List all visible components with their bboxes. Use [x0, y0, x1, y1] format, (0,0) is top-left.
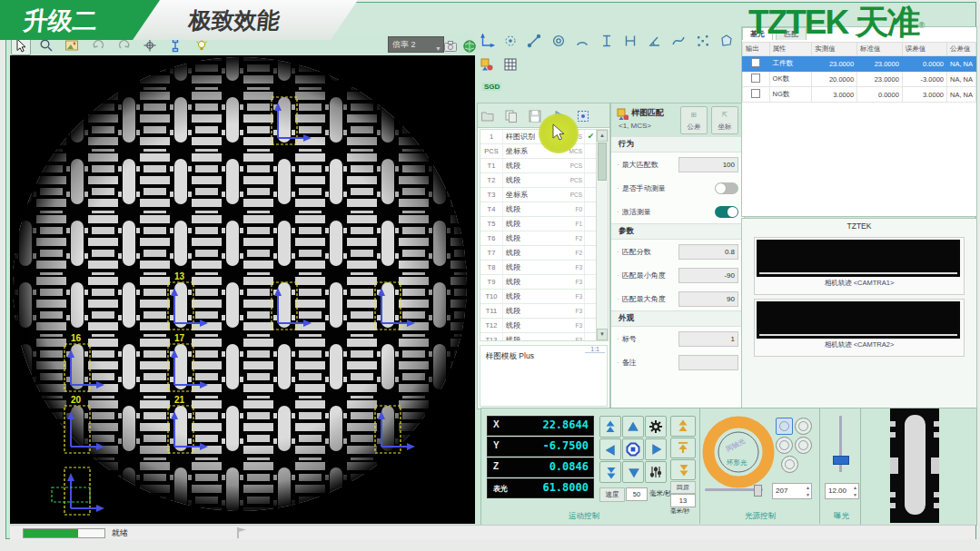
feature-row[interactable]: T5 线段 F1 [480, 217, 597, 231]
jog-up-fast-button[interactable] [599, 416, 621, 438]
toggle-switch[interactable] [715, 182, 738, 194]
param-input[interactable] [678, 355, 738, 370]
z-up-fast-button[interactable] [670, 416, 696, 437]
feature-check-icon[interactable] [584, 159, 597, 172]
arc-tool-icon[interactable] [574, 31, 592, 51]
light-channel-3-button[interactable] [776, 437, 793, 454]
scroll-up-icon[interactable]: ▲ [597, 130, 608, 142]
home-button[interactable]: 回原 [670, 481, 696, 494]
feature-row[interactable]: T1 线段 PCS [480, 159, 597, 173]
scroll-thumb[interactable] [598, 143, 607, 181]
region-icon[interactable] [575, 106, 593, 126]
jog-stop-button[interactable] [622, 438, 644, 460]
speed-button[interactable]: 速度 [599, 487, 625, 502]
feature-list-scrollbar[interactable]: ▲ ▼ [596, 129, 609, 341]
copy-icon[interactable] [502, 106, 520, 126]
tolerance-button[interactable]: ⊞公差 [680, 106, 708, 134]
table-row[interactable]: NG数 3.0000 0.0000 3.0000 NA, NA [743, 87, 976, 103]
curve-tool-icon[interactable] [670, 31, 688, 51]
feature-row[interactable]: T2 线段 PCS [480, 173, 597, 188]
jog-settings-button[interactable] [645, 416, 667, 438]
feature-check-icon[interactable] [584, 246, 597, 260]
toggle-switch[interactable] [715, 206, 738, 218]
point-set-tool-icon[interactable] [694, 31, 712, 51]
pattern-tool-icon[interactable] [478, 55, 496, 75]
feature-check-icon[interactable]: ✔ [584, 130, 597, 143]
z-up-button[interactable] [670, 438, 696, 458]
open-icon[interactable] [479, 106, 497, 126]
light-value-spinner[interactable]: 207▲▼ [772, 483, 812, 499]
feature-row[interactable]: T11 线段 F3 [480, 304, 597, 319]
coordinate-tool-icon[interactable] [478, 31, 496, 51]
feature-check-icon[interactable] [584, 231, 597, 245]
snapshot-button[interactable] [441, 36, 460, 56]
feature-check-icon[interactable] [584, 275, 597, 289]
light-channel-1-button[interactable] [776, 418, 793, 435]
light-channel-2-button[interactable] [795, 418, 812, 435]
feature-check-icon[interactable] [584, 188, 597, 202]
feature-check-icon[interactable] [584, 173, 597, 187]
line-tool-icon[interactable] [526, 31, 544, 51]
jog-left-button[interactable] [599, 438, 621, 460]
feature-row[interactable]: T3 坐标系 PCS [480, 188, 597, 202]
jog-down-button[interactable] [622, 461, 644, 483]
feature-check-icon[interactable] [584, 290, 597, 303]
light-intensity-slider[interactable] [705, 488, 763, 491]
z-speed-input[interactable]: 13 [670, 494, 696, 507]
jog-up-button[interactable] [622, 416, 644, 438]
param-input[interactable]: 90 [678, 291, 738, 307]
feature-cs: F3 [559, 333, 584, 341]
feature-check-icon[interactable] [584, 304, 597, 318]
coordinate-button[interactable]: ⇱坐标 [711, 106, 738, 134]
report-grid-icon[interactable] [501, 55, 520, 75]
table-row[interactable]: OK数 20.0000 23.0000 -3.0000 NA, NA [743, 72, 976, 87]
exposure-slider[interactable] [839, 416, 842, 472]
point-tool-icon[interactable] [501, 31, 520, 51]
feature-check-icon[interactable] [584, 333, 597, 341]
width-tool-icon[interactable] [622, 31, 640, 51]
light-channel-4-button[interactable] [795, 437, 812, 454]
camera-view[interactable]: 1620131721 [10, 55, 475, 524]
param-field: ·标号1 [611, 327, 744, 350]
feature-row[interactable]: T4 线段 F0 [480, 202, 597, 217]
feature-check-icon[interactable] [584, 202, 597, 216]
camtra1-group: 相机轨迹 <CAMTRA1> [754, 237, 965, 295]
exposure-spinner[interactable]: 12.00▲▼ [825, 483, 859, 499]
output-checkbox[interactable] [743, 56, 770, 72]
feature-row[interactable]: T7 线段 F2 [480, 246, 597, 261]
feature-row[interactable]: T8 线段 F3 [480, 261, 597, 275]
ring-light-dial[interactable]: 同轴光 环形光 [699, 412, 777, 490]
feature-row[interactable]: PCS 坐标系 MCS [480, 144, 597, 159]
feature-row[interactable]: T13 线段 F3 [480, 333, 597, 341]
feature-check-icon[interactable] [584, 319, 597, 332]
param-input[interactable]: 1 [678, 331, 738, 347]
feature-check-icon[interactable] [584, 261, 597, 274]
jog-sliders-button[interactable] [645, 461, 667, 483]
distance-tool-icon[interactable] [598, 31, 616, 51]
param-input[interactable]: 0.8 [678, 244, 738, 260]
jog-right-button[interactable] [645, 438, 667, 460]
exposure-slider-handle[interactable] [833, 456, 849, 465]
feature-check-icon[interactable] [584, 144, 597, 158]
flag-icon [235, 526, 250, 543]
feature-row[interactable]: T10 线段 F3 [480, 290, 597, 304]
angle-tool-icon[interactable] [646, 31, 664, 51]
feature-row[interactable]: T12 线段 F3 [480, 319, 597, 333]
output-checkbox[interactable] [743, 72, 770, 87]
z-down-fast-button[interactable] [670, 459, 696, 480]
blob-tool-icon[interactable] [718, 31, 737, 51]
jog-down-fast-button[interactable] [599, 461, 621, 483]
feature-row[interactable]: T9 线段 F3 [480, 275, 597, 290]
light-channel-5-button[interactable] [781, 456, 798, 473]
output-checkbox[interactable] [743, 87, 770, 103]
scroll-down-icon[interactable]: ▼ [597, 329, 608, 340]
feature-row[interactable]: T6 线段 F2 [480, 231, 597, 246]
light-slider-handle[interactable] [754, 485, 762, 497]
table-row[interactable]: 工件数 23.0000 23.0000 0.0000 NA, NA [743, 56, 976, 72]
speed-input[interactable]: 50 [626, 487, 648, 501]
param-input[interactable]: -90 [678, 268, 738, 283]
feature-check-icon[interactable] [584, 217, 597, 231]
circle-tool-icon[interactable] [549, 31, 568, 51]
param-input[interactable]: 100 [678, 157, 738, 172]
magnification-dropdown[interactable]: 倍率 2▼ [388, 36, 444, 53]
